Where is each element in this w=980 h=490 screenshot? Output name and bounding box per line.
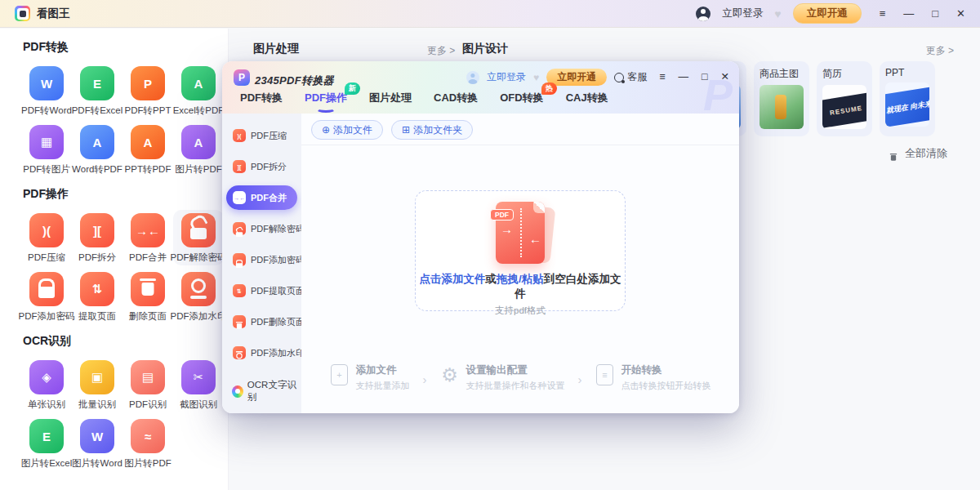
design-card-ppt[interactable]: PPT就现在 向未来 bbox=[880, 61, 935, 136]
tool-item[interactable]: AWord转PDF bbox=[72, 122, 122, 177]
design-card-product[interactable]: 商品主图 bbox=[754, 61, 809, 136]
tab-图片处理[interactable]: 图片处理 bbox=[369, 91, 412, 105]
add-file-button[interactable]: ⊕添加文件 bbox=[311, 120, 383, 140]
lock-icon bbox=[29, 272, 64, 306]
tool-section: OCR识别◈单张识别▣批量识别▤PDF识别✂截图识别E图片转ExcelW图片转W… bbox=[21, 334, 228, 471]
file-dropzone[interactable]: PDF → ← 点击添加文件或拖拽/粘贴到空白处添加文件 支持pdf格式 bbox=[415, 190, 626, 311]
tool-label: 提取页面 bbox=[78, 310, 116, 323]
menu-button[interactable]: ≡ bbox=[659, 72, 665, 82]
tool-label: PDF转图片 bbox=[23, 163, 70, 176]
tool-item[interactable]: A图片转PDF bbox=[173, 122, 224, 177]
tab-PDF转换[interactable]: PDF转换 bbox=[240, 91, 283, 105]
step-text: 开始转换点击转换按钮开始转换 bbox=[621, 363, 711, 392]
compress-icon: )( bbox=[29, 213, 64, 247]
clear-all-button[interactable]: 全部清除 bbox=[887, 146, 947, 161]
tool-label: PDF转PPT bbox=[125, 105, 172, 117]
tab-OFD转换[interactable]: OFD转换热 bbox=[500, 91, 543, 105]
tool-label: PDF转Word bbox=[21, 105, 72, 117]
dialog-header: P 2345PDF转换器 立即登录 ♥ 立即开通 客服 ≡—□✕ PDF转换PD… bbox=[222, 61, 739, 114]
lock-open-icon bbox=[233, 222, 246, 235]
compress-icon: )( bbox=[29, 213, 64, 247]
single-ocr-icon: ◈ bbox=[29, 360, 64, 394]
tool-item[interactable]: AExcel转PDF bbox=[173, 63, 224, 118]
more-link-image-processing[interactable]: 更多 > bbox=[427, 44, 455, 58]
pdf-merge-illustration: PDF → ← bbox=[481, 202, 559, 269]
menu-button[interactable]: ≡ bbox=[880, 8, 886, 19]
tool-item[interactable]: →←PDF合并 bbox=[122, 210, 173, 265]
sidebar-item[interactable]: ⇅PDF提取页面 bbox=[226, 278, 297, 303]
tool-item[interactable]: EPDF转Excel bbox=[72, 63, 122, 118]
dialog-toolbar: ⊕添加文件⊞添加文件夹 bbox=[311, 120, 473, 140]
tool-item[interactable]: ▤PDF识别 bbox=[122, 357, 173, 412]
settings-step-icon: ⚙ bbox=[440, 363, 460, 386]
tool-item[interactable]: PPDF转PPT bbox=[122, 63, 173, 118]
tool-item[interactable]: WPDF转Word bbox=[21, 63, 72, 118]
merge-icon: →← bbox=[131, 213, 165, 247]
image-pdf-icon: ≈ bbox=[131, 419, 165, 453]
tool-item[interactable]: E图片转Excel bbox=[21, 416, 72, 471]
sidebar-item[interactable]: PDF添加水印 bbox=[226, 341, 297, 365]
tool-item[interactable]: ▣批量识别 bbox=[72, 357, 122, 412]
add-folder-button[interactable]: ⊞添加文件夹 bbox=[391, 120, 473, 140]
tab-CAJ转换[interactable]: CAJ转换 bbox=[566, 91, 608, 105]
tool-item[interactable]: PDF解除密码 bbox=[173, 210, 224, 265]
tool-section: PDF转换WPDF转WordEPDF转ExcelPPDF转PPTAExcel转P… bbox=[21, 40, 228, 177]
tool-item[interactable]: W图片转Word bbox=[72, 416, 122, 471]
step-chevron-icon: › bbox=[578, 372, 582, 386]
tab-PDF操作[interactable]: PDF操作新 bbox=[305, 91, 347, 105]
maximize-button[interactable]: □ bbox=[932, 8, 938, 19]
pdf-ocr-icon: ▤ bbox=[131, 360, 165, 394]
close-button[interactable]: ✕ bbox=[956, 8, 965, 19]
tool-item[interactable]: ][PDF拆分 bbox=[72, 210, 122, 265]
design-card-resume[interactable]: 简历RESUME bbox=[817, 61, 872, 136]
dialog-main: ⊕添加文件⊞添加文件夹 PDF → ← 点击添加文件或拖拽/粘贴到空白处添加文件… bbox=[301, 114, 739, 413]
pdf-doc-icon: A bbox=[80, 125, 114, 159]
tool-grid: )(PDF压缩][PDF拆分→←PDF合并PDF解除密码PDF添加密码⇅提取页面… bbox=[21, 210, 228, 324]
minimize-button[interactable]: — bbox=[903, 8, 914, 19]
upgrade-button[interactable]: 立即开通 bbox=[793, 3, 862, 24]
dialog-upgrade-button[interactable]: 立即开通 bbox=[546, 69, 607, 86]
compress-icon: )( bbox=[233, 129, 246, 142]
tool-item[interactable]: ⇅提取页面 bbox=[72, 269, 122, 324]
tool-item[interactable]: ◈单张识别 bbox=[21, 357, 72, 412]
sidebar-item[interactable]: ][PDF拆分 bbox=[226, 154, 297, 179]
sidebar-footer-ocr[interactable]: OCR文字识别 bbox=[232, 379, 301, 403]
sidebar-item[interactable]: →←PDF合并 bbox=[226, 185, 297, 210]
step-title: 添加文件 bbox=[356, 363, 410, 377]
tool-item[interactable]: APPT转PDF bbox=[122, 122, 173, 177]
pdf-doc-icon: A bbox=[181, 66, 216, 100]
tab-CAD转换[interactable]: CAD转换 bbox=[434, 91, 478, 105]
sidebar-item[interactable]: PDF解除密码 bbox=[226, 216, 297, 241]
login-link[interactable]: 立即登录 bbox=[722, 7, 763, 20]
hint-segment: 拖拽/粘贴 bbox=[497, 273, 544, 285]
add-file-step-icon: + bbox=[330, 363, 350, 386]
sidebar-item[interactable]: PDF添加密码 bbox=[226, 247, 297, 272]
dialog-login-link[interactable]: 立即登录 bbox=[487, 70, 526, 84]
tool-item[interactable]: ✂截图识别 bbox=[173, 357, 224, 412]
tool-label: 截图识别 bbox=[180, 399, 217, 411]
vip-heart-icon[interactable]: ♥ bbox=[774, 7, 781, 20]
sidebar-item-label: PDF解除密码 bbox=[251, 223, 305, 235]
sidebar-item[interactable]: PDF删除页面 bbox=[226, 310, 297, 334]
tool-item[interactable]: PDF添加水印 bbox=[173, 269, 224, 324]
tool-item[interactable]: ▦PDF转图片 bbox=[21, 122, 72, 177]
tool-item[interactable]: ≈图片转PDF bbox=[122, 416, 173, 471]
word-icon: W bbox=[80, 419, 114, 453]
minimize-button[interactable]: — bbox=[678, 72, 688, 82]
dialog-user-avatar[interactable] bbox=[466, 71, 479, 84]
dialog-support-button[interactable]: 客服 bbox=[614, 70, 647, 84]
tool-label: 图片转PDF bbox=[124, 457, 172, 470]
sidebar-item[interactable]: )(PDF压缩 bbox=[226, 123, 297, 148]
tool-item[interactable]: 删除页面 bbox=[122, 269, 173, 324]
more-link-image-design[interactable]: 更多 > bbox=[926, 44, 954, 58]
user-avatar[interactable] bbox=[696, 7, 710, 21]
dialog-vip-heart-icon[interactable]: ♥ bbox=[533, 72, 539, 83]
pdf-doc-icon: A bbox=[181, 125, 216, 159]
tool-item[interactable]: PDF添加密码 bbox=[21, 269, 72, 324]
step-text: 添加文件支持批量添加 bbox=[356, 363, 410, 392]
batch-ocr-icon: ▣ bbox=[80, 360, 114, 394]
section-title: PDF转换 bbox=[23, 40, 228, 55]
lock-open-icon bbox=[181, 213, 216, 247]
trash-icon bbox=[891, 151, 897, 157]
tool-item[interactable]: )(PDF压缩 bbox=[21, 210, 72, 265]
